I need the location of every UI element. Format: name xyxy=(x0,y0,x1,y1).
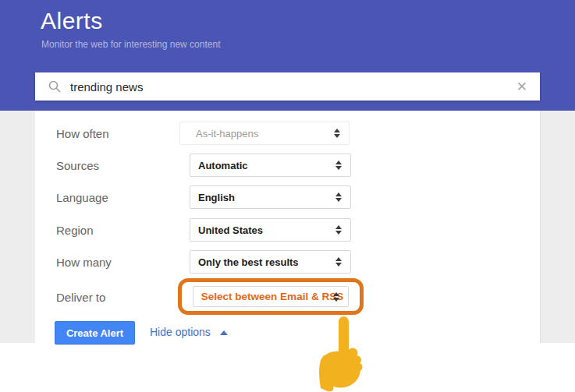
dropdown-language[interactable]: English xyxy=(190,185,351,209)
stepper-icon xyxy=(335,257,342,267)
page-title: Alerts xyxy=(41,8,103,34)
search-icon xyxy=(48,80,61,93)
dropdown-how-many-value: Only the best results xyxy=(190,256,299,268)
stepper-icon xyxy=(334,129,340,138)
close-icon[interactable]: ✕ xyxy=(516,80,527,94)
form-label-sources: Sources xyxy=(56,159,99,172)
hide-options-link[interactable]: Hide options xyxy=(150,326,228,338)
form-label-how-many: How many xyxy=(56,256,112,269)
page-subtitle: Monitor the web for interesting new cont… xyxy=(41,39,220,50)
dropdown-how-many[interactable]: Only the best results xyxy=(190,250,351,274)
dropdown-sources-value: Automatic xyxy=(190,160,248,171)
form-label-language: Language xyxy=(56,191,108,204)
form-label-deliver-to: Deliver to xyxy=(56,291,105,304)
dropdown-how-often-value: As-it-happens xyxy=(180,128,258,139)
page-gutter-right xyxy=(540,111,575,343)
create-alert-button[interactable]: Create Alert xyxy=(55,321,135,344)
dropdown-deliver-to[interactable]: Select between Email & RSS xyxy=(193,286,349,307)
stepper-icon xyxy=(335,225,342,235)
dropdown-region-value: United States xyxy=(190,224,263,236)
form-label-region: Region xyxy=(56,224,94,237)
stepper-icon xyxy=(335,161,342,170)
hide-options-label: Hide options xyxy=(150,326,211,338)
form-label-how-often: How often xyxy=(56,127,109,140)
dropdown-sources[interactable]: Automatic xyxy=(190,154,351,177)
stepper-icon xyxy=(335,192,342,202)
dropdown-deliver-to-value: Select between Email & RSS xyxy=(193,291,348,302)
page-gutter-left xyxy=(0,111,36,343)
google-alerts-page: Alerts Monitor the web for interesting n… xyxy=(0,0,575,392)
caret-up-icon xyxy=(220,330,228,335)
stepper-icon xyxy=(333,292,339,302)
search-input[interactable] xyxy=(69,72,516,101)
dropdown-language-value: English xyxy=(190,192,235,203)
dropdown-region[interactable]: United States xyxy=(190,218,351,242)
search-bar: ✕ xyxy=(35,72,540,101)
dropdown-how-often[interactable]: As-it-happens xyxy=(179,122,350,145)
